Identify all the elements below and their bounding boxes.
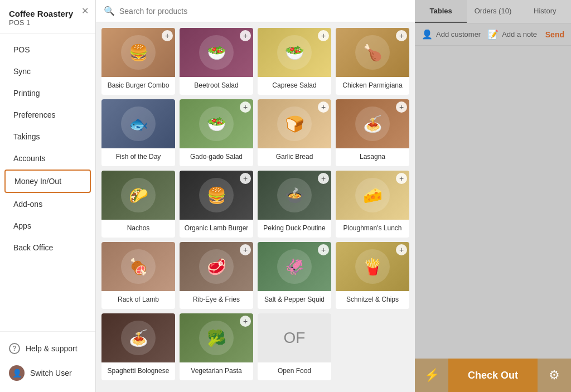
sidebar-nav: POSSyncPrintingPreferencesTakingsAccount…: [0, 34, 95, 331]
add-note-button[interactable]: 📝 Add a note: [487, 29, 537, 40]
product-label-gado-gado-salad: Gado-gado Salad: [180, 148, 253, 166]
sidebar-item-add-ons[interactable]: Add-ons: [4, 193, 91, 215]
product-image-lasagna: 🍝+: [336, 99, 409, 148]
add-button-gado-gado-salad[interactable]: +: [240, 101, 251, 113]
add-button-salt-pepper-squid[interactable]: +: [318, 244, 329, 255]
product-image-fish-of-the-day: 🐟: [101, 99, 175, 148]
product-card-ploughmans-lunch[interactable]: 🧀+Ploughman's Lunch: [336, 171, 409, 238]
product-image-chicken-parmigiana: 🍗+: [336, 28, 409, 77]
product-label-salt-pepper-squid: Salt & Pepper Squid: [258, 291, 331, 309]
checkout-button[interactable]: Check Out: [448, 359, 538, 392]
product-card-nachos[interactable]: 🌮Nachos: [101, 171, 175, 238]
right-panel: TablesOrders (10)History 👤 Add customer …: [415, 0, 571, 392]
add-button-basic-burger[interactable]: +: [162, 30, 173, 41]
add-button-vegetarian-pasta[interactable]: +: [240, 316, 251, 327]
product-image-spaghetti-bolognese: 🍝: [101, 313, 175, 362]
sidebar-item-accounts[interactable]: Accounts: [4, 148, 91, 169]
add-button-peking-duck-poutine[interactable]: +: [318, 173, 329, 184]
product-label-organic-lamb-burger: Organic Lamb Burger: [180, 220, 253, 238]
sidebar-item-pos[interactable]: POS: [4, 39, 91, 60]
product-image-gado-gado-salad: 🥗+: [180, 99, 253, 148]
right-actions: 👤 Add customer 📝 Add a note Send: [415, 23, 571, 46]
product-card-peking-duck-poutine[interactable]: 🍲+Peking Duck Poutine: [258, 171, 331, 238]
help-icon: ?: [9, 343, 20, 354]
right-body: [415, 46, 571, 359]
product-card-rib-eye-fries[interactable]: 🥩+Rib-Eye & Fries: [180, 242, 253, 309]
product-card-basic-burger[interactable]: 🍔+Basic Burger Combo: [101, 28, 175, 95]
product-image-ploughmans-lunch: 🧀+: [336, 171, 409, 220]
product-label-garlic-bread: Garlic Bread: [258, 148, 331, 166]
add-button-garlic-bread[interactable]: +: [318, 101, 329, 113]
product-label-rack-of-lamb: Rack of Lamb: [101, 291, 175, 309]
product-card-gado-gado-salad[interactable]: 🥗+Gado-gado Salad: [180, 99, 253, 166]
product-label-fish-of-the-day: Fish of the Day: [101, 148, 175, 166]
product-image-nachos: 🌮: [101, 171, 175, 220]
sidebar-item-printing[interactable]: Printing: [4, 83, 91, 104]
product-card-beetroot-salad[interactable]: 🥗+Beetroot Salad: [180, 28, 253, 95]
product-card-chicken-parmigiana[interactable]: 🍗+Chicken Parmigiana: [336, 28, 409, 95]
product-card-salt-pepper-squid[interactable]: 🦑+Salt & Pepper Squid: [258, 242, 331, 309]
product-card-schnitzel-chips[interactable]: 🍟+Schnitzel & Chips: [336, 242, 409, 309]
add-customer-button[interactable]: 👤 Add customer: [422, 29, 481, 40]
main-content: 🔍 🍔+Basic Burger Combo🥗+Beetroot Salad🥗+…: [96, 0, 415, 392]
sidebar-item-preferences[interactable]: Preferences: [4, 104, 91, 125]
close-button[interactable]: ✕: [81, 7, 89, 16]
product-label-chicken-parmigiana: Chicken Parmigiana: [336, 77, 409, 95]
tab-history[interactable]: History: [519, 0, 571, 23]
product-label-peking-duck-poutine: Peking Duck Poutine: [258, 220, 331, 238]
add-button-caprese-salad[interactable]: +: [318, 30, 329, 41]
product-label-caprese-salad: Caprese Salad: [258, 77, 331, 95]
add-button-chicken-parmigiana[interactable]: +: [396, 30, 407, 41]
note-icon: 📝: [487, 29, 499, 40]
tab-orders[interactable]: Orders (10): [467, 0, 519, 23]
sidebar-item-back-office[interactable]: Back Office: [4, 237, 91, 258]
tab-tables[interactable]: Tables: [415, 0, 467, 23]
product-image-caprese-salad: 🥗+: [258, 28, 331, 77]
product-image-beetroot-salad: 🥗+: [180, 28, 253, 77]
switch-user-item[interactable]: 👤 Switch User: [0, 360, 95, 386]
settings-button[interactable]: ⚙: [538, 359, 571, 392]
add-button-beetroot-salad[interactable]: +: [240, 30, 251, 41]
product-card-vegetarian-pasta[interactable]: 🥦+Vegetarian Pasta: [180, 313, 253, 380]
customer-icon: 👤: [422, 29, 433, 40]
send-button[interactable]: Send: [545, 30, 564, 39]
add-button-rib-eye-fries[interactable]: +: [240, 244, 251, 255]
lightning-button[interactable]: ⚡: [415, 359, 448, 392]
product-card-garlic-bread[interactable]: 🍞+Garlic Bread: [258, 99, 331, 166]
product-label-beetroot-salad: Beetroot Salad: [180, 77, 253, 95]
sidebar-item-apps[interactable]: Apps: [4, 215, 91, 236]
product-label-nachos: Nachos: [101, 220, 175, 238]
product-image-peking-duck-poutine: 🍲+: [258, 171, 331, 220]
switch-user-label: Switch User: [30, 369, 72, 378]
add-button-ploughmans-lunch[interactable]: +: [396, 173, 407, 184]
right-tabs: TablesOrders (10)History: [415, 0, 571, 23]
sidebar-header: Coffee Roastery POS 1 ✕: [0, 0, 95, 34]
sidebar-item-takings[interactable]: Takings: [4, 126, 91, 147]
search-input[interactable]: [119, 7, 407, 16]
product-image-salt-pepper-squid: 🦑+: [258, 242, 331, 291]
product-card-fish-of-the-day[interactable]: 🐟Fish of the Day: [101, 99, 175, 166]
product-image-garlic-bread: 🍞+: [258, 99, 331, 148]
add-button-schnitzel-chips[interactable]: +: [396, 244, 407, 255]
sidebar-item-money-in-out[interactable]: Money In/Out: [4, 170, 91, 193]
product-image-open-food: OF: [258, 313, 331, 362]
add-button-organic-lamb-burger[interactable]: +: [240, 173, 251, 184]
product-label-rib-eye-fries: Rib-Eye & Fries: [180, 291, 253, 309]
user-avatar: 👤: [9, 365, 25, 381]
product-card-spaghetti-bolognese[interactable]: 🍝Spaghetti Bolognese: [101, 313, 175, 380]
product-image-schnitzel-chips: 🍟+: [336, 242, 409, 291]
product-grid: 🍔+Basic Burger Combo🥗+Beetroot Salad🥗+Ca…: [96, 22, 415, 392]
sidebar-brand-name: Coffee Roastery: [9, 9, 86, 18]
product-image-organic-lamb-burger: 🍔+: [180, 171, 253, 220]
search-icon: 🔍: [104, 6, 115, 16]
product-card-caprese-salad[interactable]: 🥗+Caprese Salad: [258, 28, 331, 95]
help-support-label: Help & support: [26, 344, 78, 353]
sidebar-item-sync[interactable]: Sync: [4, 61, 91, 82]
sidebar-footer: ? Help & support 👤 Switch User: [0, 331, 95, 392]
product-card-lasagna[interactable]: 🍝+Lasagna: [336, 99, 409, 166]
add-button-lasagna[interactable]: +: [396, 101, 407, 113]
help-support-item[interactable]: ? Help & support: [0, 337, 95, 360]
product-card-rack-of-lamb[interactable]: 🍖Rack of Lamb: [101, 242, 175, 309]
product-card-organic-lamb-burger[interactable]: 🍔+Organic Lamb Burger: [180, 171, 253, 238]
product-card-open-food[interactable]: OFOpen Food: [258, 313, 331, 380]
